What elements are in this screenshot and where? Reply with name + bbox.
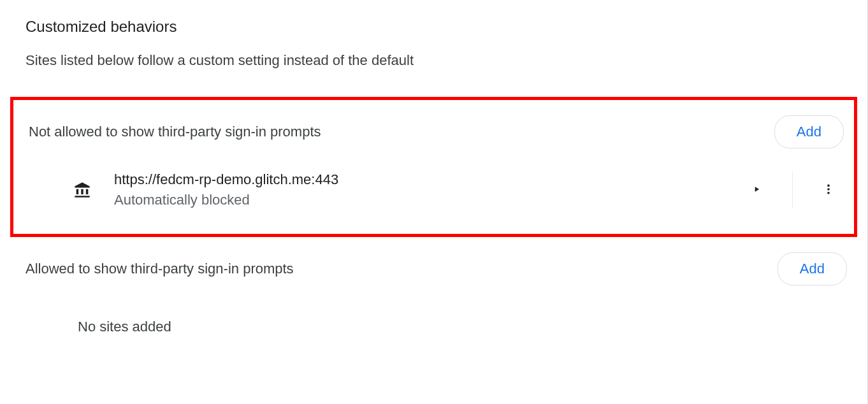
add-allowed-button[interactable]: Add [778, 252, 847, 285]
not-allowed-title: Not allowed to show third-party sign-in … [29, 124, 321, 140]
allowed-section: Allowed to show third-party sign-in prom… [0, 252, 867, 335]
site-status: Automatically blocked [114, 192, 741, 208]
site-row[interactable]: https://fedcm-rp-demo.glitch.me:443 Auto… [72, 171, 844, 208]
section-description: Sites listed below follow a custom setti… [25, 52, 867, 69]
site-url: https://fedcm-rp-demo.glitch.me:443 [114, 171, 741, 188]
section-heading: Customized behaviors [25, 18, 867, 36]
svg-point-2 [827, 192, 830, 194]
more-vert-icon [822, 183, 835, 198]
expand-button[interactable] [741, 175, 772, 205]
allowed-header: Allowed to show third-party sign-in prom… [25, 252, 847, 285]
no-sites-text: No sites added [78, 319, 852, 335]
more-actions-button[interactable] [813, 175, 844, 205]
divider [792, 172, 793, 208]
allowed-title: Allowed to show third-party sign-in prom… [25, 261, 294, 277]
settings-panel: Customized behaviors Sites listed below … [0, 0, 868, 404]
institution-icon [72, 180, 92, 200]
site-row-actions [741, 172, 844, 208]
not-allowed-header: Not allowed to show third-party sign-in … [29, 115, 844, 148]
add-not-allowed-button[interactable]: Add [774, 115, 844, 148]
chevron-right-icon [752, 185, 761, 196]
not-allowed-section: Not allowed to show third-party sign-in … [10, 97, 857, 237]
svg-point-0 [827, 184, 830, 187]
site-text: https://fedcm-rp-demo.glitch.me:443 Auto… [114, 171, 741, 208]
svg-point-1 [827, 188, 830, 191]
